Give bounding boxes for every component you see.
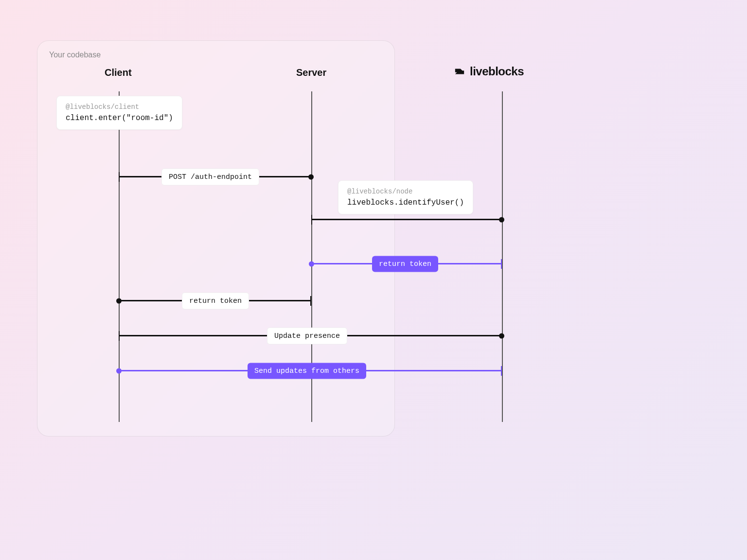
arrow-post-auth: POST /auth-endpoint (119, 176, 311, 177)
label-send-updates: Send updates from others (248, 363, 366, 379)
arrow-return-token-server: return token (311, 263, 502, 264)
brand-liveblocks: liveblocks (454, 65, 524, 78)
label-return-token-server: return token (372, 256, 438, 272)
arrow-return-token-client: return token (119, 300, 311, 301)
client-pkg: @liveblocks/client (66, 103, 173, 111)
server-code: liveblocks.identifyUser() (347, 198, 464, 207)
label-update-presence: Update presence (267, 327, 347, 344)
liveblocks-icon (454, 66, 465, 77)
codebase-label: Your codebase (49, 51, 101, 59)
code-box-client: @liveblocks/client client.enter("room-id… (56, 96, 182, 130)
server-pkg: @liveblocks/node (347, 188, 464, 195)
label-return-token-client: return token (182, 292, 249, 309)
arrow-send-updates: Send updates from others (119, 370, 502, 371)
code-box-server: @liveblocks/node liveblocks.identifyUser… (338, 180, 473, 214)
client-code: client.enter("room-id") (66, 114, 173, 122)
label-post-auth: POST /auth-endpoint (161, 168, 259, 185)
heading-server: Server (296, 67, 326, 78)
arrow-identify-user (311, 219, 502, 220)
heading-client: Client (105, 67, 132, 78)
brand-text: liveblocks (470, 65, 524, 78)
arrow-update-presence: Update presence (119, 335, 502, 336)
lifeline-liveblocks (502, 91, 503, 422)
